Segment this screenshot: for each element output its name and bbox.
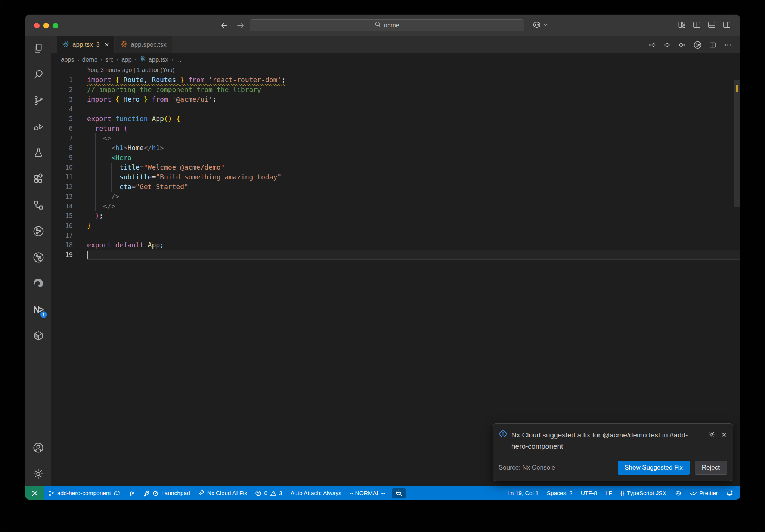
line-number[interactable]: 12 — [51, 182, 87, 192]
code-line[interactable]: 1import { Route, Routes } from 'react-ro… — [51, 75, 740, 85]
code-line[interactable]: 10title="Welcmoe @acme/demo" — [51, 163, 740, 172]
line-number[interactable]: 18 — [51, 240, 87, 250]
line-number[interactable]: 4 — [51, 104, 87, 114]
code-line[interactable]: 8<h1>Home</h1> — [51, 143, 740, 153]
code-line[interactable]: 13/> — [51, 192, 740, 201]
settings-gear-icon[interactable] — [32, 467, 45, 480]
copilot-status[interactable] — [670, 486, 686, 500]
code-line[interactable]: 4 — [51, 104, 740, 114]
back-icon[interactable] — [220, 21, 229, 30]
extensions-icon[interactable] — [32, 173, 45, 185]
split-editor-icon[interactable] — [709, 41, 717, 49]
breadcrumb-item[interactable]: apps — [61, 56, 74, 63]
code-line[interactable]: 9<Hero — [51, 153, 740, 163]
maximize-window-button[interactable] — [53, 23, 58, 28]
line-number[interactable]: 10 — [51, 163, 87, 172]
line-number[interactable]: 8 — [51, 143, 87, 153]
run-debug-icon[interactable] — [32, 120, 45, 133]
breadcrumb-tail[interactable]: ... — [176, 56, 182, 63]
forward-icon[interactable] — [236, 21, 245, 30]
toggle-panel-icon[interactable] — [707, 21, 716, 29]
code-line[interactable]: 11subtitle="Build something amazing toda… — [51, 172, 740, 182]
show-suggested-fix-button[interactable]: Show Suggested Fix — [618, 461, 690, 475]
edge-browser-icon[interactable] — [32, 277, 45, 290]
line-number[interactable]: 11 — [51, 172, 87, 182]
encoding-status[interactable]: UTF-8 — [577, 486, 601, 500]
source-control-icon[interactable] — [32, 94, 45, 107]
explorer-icon[interactable] — [32, 42, 45, 55]
tab-app-spec-tsx[interactable]: app.spec.tsx — [115, 36, 171, 53]
code-line[interactable]: 14</> — [51, 201, 740, 211]
scrollbar-thumb[interactable] — [734, 80, 740, 207]
previous-change-icon[interactable] — [648, 41, 656, 49]
testing-icon[interactable] — [32, 146, 45, 159]
notification-settings-gear-icon[interactable] — [708, 431, 715, 439]
notification-close-icon[interactable]: ✕ — [721, 431, 727, 439]
breadcrumb-item[interactable]: src — [105, 56, 114, 63]
line-number[interactable]: 6 — [51, 124, 87, 133]
formatter-status[interactable]: Prettier — [686, 486, 722, 500]
copilot-menu-button[interactable] — [532, 20, 548, 31]
code-line[interactable]: 17 — [51, 231, 740, 240]
vim-mode-status[interactable]: -- NORMAL -- — [346, 486, 389, 500]
run-target-icon[interactable] — [693, 41, 702, 49]
code-line[interactable]: 16} — [51, 221, 740, 231]
eol-status[interactable]: LF — [601, 486, 616, 500]
code-line[interactable]: 5export function App() { — [51, 114, 740, 124]
breadcrumb-item[interactable]: app — [121, 56, 132, 63]
code-line[interactable]: 15); — [51, 211, 740, 221]
reject-button[interactable]: Reject — [695, 461, 727, 475]
indentation-status[interactable]: Spaces: 2 — [543, 486, 577, 500]
line-number[interactable]: 1 — [51, 75, 87, 85]
cursor-position-status[interactable]: Ln 19, Col 1 — [503, 486, 543, 500]
problems-status[interactable]: 0 3 — [251, 486, 286, 500]
command-center-search[interactable]: acme — [250, 19, 524, 31]
code-line[interactable]: 12cta="Get Started" — [51, 182, 740, 192]
commit-graph-search-icon[interactable] — [32, 251, 45, 264]
line-number[interactable]: 9 — [51, 153, 87, 163]
line-number[interactable]: 3 — [51, 95, 87, 104]
code-line[interactable]: 7<> — [51, 133, 740, 143]
notifications-bell[interactable] — [722, 486, 737, 500]
breadcrumb-item[interactable]: demo — [82, 56, 97, 63]
nx-project-graph-icon[interactable] — [32, 225, 45, 238]
search-sidebar-icon[interactable] — [32, 68, 45, 81]
line-number[interactable]: 15 — [51, 211, 87, 221]
zoom-out-status[interactable] — [392, 488, 406, 498]
breadcrumb-file[interactable]: app.tsx — [149, 56, 168, 63]
customize-layout-icon[interactable] — [678, 21, 686, 29]
references-icon[interactable] — [32, 199, 45, 211]
toggle-primary-sidebar-icon[interactable] — [693, 21, 701, 29]
launchpad-status[interactable]: Launchpad — [139, 486, 194, 500]
next-change-icon[interactable] — [678, 41, 686, 49]
minimize-window-button[interactable] — [43, 23, 49, 28]
line-number[interactable]: 17 — [51, 231, 87, 240]
remote-indicator[interactable] — [25, 486, 44, 500]
code-line[interactable]: 3import { Hero } from '@acme/ui'; — [51, 95, 740, 104]
code-line[interactable]: 18export default App; — [51, 240, 740, 250]
more-actions-icon[interactable] — [724, 41, 732, 49]
editor-scrollbar[interactable] — [734, 77, 740, 486]
git-branch-status[interactable]: add-hero-component — [44, 486, 124, 500]
accounts-icon[interactable] — [32, 441, 45, 454]
line-number[interactable]: 16 — [51, 221, 87, 231]
code-line[interactable]: 19 — [51, 250, 740, 260]
close-tab-icon[interactable]: ✕ — [105, 41, 109, 48]
code-line[interactable]: 2// importing the component from the lib… — [51, 85, 740, 95]
line-number[interactable]: 13 — [51, 192, 87, 201]
language-mode-status[interactable]: {} TypeScript JSX — [616, 486, 670, 500]
current-change-icon[interactable] — [663, 41, 671, 49]
line-number[interactable]: 2 — [51, 85, 87, 95]
close-window-button[interactable] — [34, 23, 40, 28]
auto-attach-status[interactable]: Auto Attach: Always — [287, 486, 346, 500]
nx-cloud-fix-status[interactable]: Nx Cloud AI Fix — [194, 486, 251, 500]
line-number[interactable]: 14 — [51, 201, 87, 211]
package-icon[interactable] — [32, 330, 45, 342]
line-number[interactable]: 19 — [51, 250, 87, 260]
code-line[interactable]: 6return ( — [51, 124, 740, 133]
nx-console-icon[interactable]: N> 1 — [32, 303, 45, 316]
commit-graph-status[interactable] — [124, 486, 139, 500]
toggle-secondary-sidebar-icon[interactable] — [722, 21, 731, 29]
tab-app-tsx[interactable]: app.tsx 3 ✕ — [57, 36, 114, 53]
line-number[interactable]: 5 — [51, 114, 87, 124]
